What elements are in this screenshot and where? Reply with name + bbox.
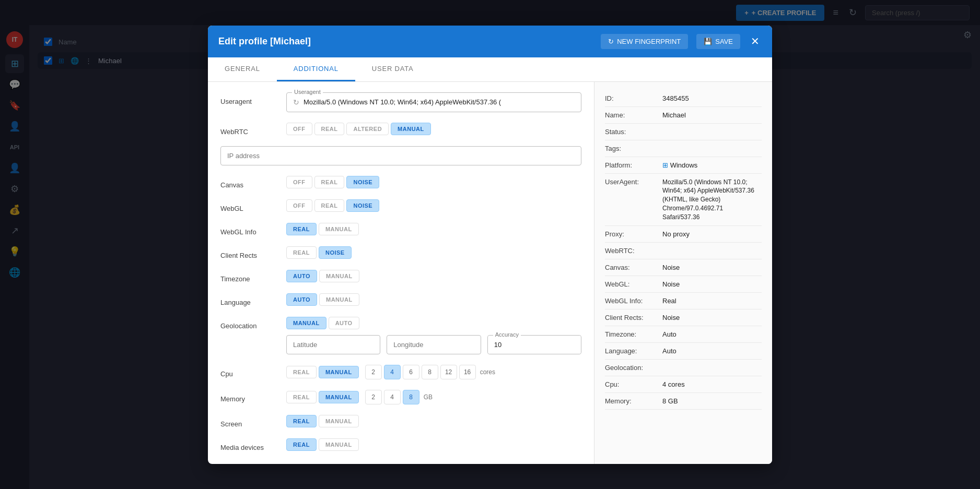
useragent-control: Useragent ↻ Mozilla/5.0 (Windows NT 10.0…	[286, 92, 581, 112]
webgl-info-row-label: WebGL:	[605, 280, 662, 288]
client-rects-toggle-group: REAL NOISE	[286, 246, 581, 259]
useragent-input-wrapper: Useragent ↻ Mozilla/5.0 (Windows NT 10.0…	[286, 92, 581, 112]
client-rects-control: REAL NOISE	[286, 246, 581, 259]
geolocation-info-label: Geolocation:	[605, 364, 662, 372]
webgl-info-toggle-group: REAL MANUAL	[286, 223, 581, 235]
timezone-manual-btn[interactable]: MANUAL	[319, 270, 359, 282]
webgl-info-control: REAL MANUAL	[286, 223, 581, 235]
cpu-manual-btn[interactable]: MANUAL	[319, 366, 359, 378]
webrtc-real-btn[interactable]: REAL	[314, 123, 345, 135]
timezone-label: Timezone	[220, 270, 278, 283]
modal-right-panel: ID: 3485455 Name: Michael Status: Tags: …	[594, 82, 772, 464]
memory-4-btn[interactable]: 4	[384, 390, 401, 404]
language-toggle-group: AUTO MANUAL	[286, 293, 581, 306]
webgl-info-detail-value: Real	[662, 297, 762, 305]
cpu-16-btn[interactable]: 16	[459, 365, 476, 379]
canvas-noise-btn[interactable]: NOISE	[346, 176, 379, 188]
webrtc-altered-btn[interactable]: ALTERED	[346, 123, 389, 135]
useragent-label: Useragent	[220, 92, 278, 105]
new-fingerprint-button[interactable]: ↻ NEW FINGERPRINT	[601, 34, 688, 49]
longitude-input[interactable]	[387, 335, 481, 354]
webgl-info-row: WebGL Info REAL MANUAL	[220, 223, 581, 236]
status-value	[662, 128, 762, 136]
useragent-refresh-icon[interactable]: ↻	[293, 98, 299, 106]
tab-general[interactable]: GENERAL	[208, 57, 277, 81]
language-label: Language	[220, 293, 278, 306]
close-modal-button[interactable]: ✕	[749, 34, 762, 49]
webgl-info-real-btn[interactable]: REAL	[286, 223, 317, 235]
webgl-info-manual-btn[interactable]: MANUAL	[319, 223, 359, 235]
geolocation-info-value	[662, 364, 762, 372]
language-auto-btn[interactable]: AUTO	[286, 293, 317, 306]
webgl-info-label: WebGL Info	[220, 223, 278, 236]
platform-label: Platform:	[605, 161, 662, 169]
windows-platform-icon: ⊞	[662, 161, 668, 169]
memory-values-group: 2 4 8 GB	[365, 390, 433, 404]
modal-header: Edit profile [Michael] ↻ NEW FINGERPRINT…	[208, 26, 772, 57]
info-webrtc-row: WebRTC:	[605, 243, 762, 259]
geolocation-auto-btn[interactable]: AUTO	[329, 317, 359, 329]
webrtc-off-btn[interactable]: OFF	[286, 123, 312, 135]
platform-name: Windows	[670, 161, 698, 169]
media-devices-real-btn[interactable]: REAL	[286, 438, 317, 451]
id-value: 3485455	[662, 94, 762, 102]
screen-manual-btn[interactable]: MANUAL	[319, 415, 359, 427]
memory-info-label: Memory:	[605, 397, 662, 405]
client-rects-real-btn[interactable]: REAL	[286, 246, 317, 259]
screen-real-btn[interactable]: REAL	[286, 415, 317, 427]
cpu-row: Cpu REAL MANUAL 2 4 6 8 12 16	[220, 365, 581, 379]
name-info-value: Michael	[662, 111, 762, 119]
cpu-2-btn[interactable]: 2	[365, 365, 382, 379]
modal-header-actions: ↻ NEW FINGERPRINT 💾 SAVE ✕	[601, 34, 762, 49]
proxy-label: Proxy:	[605, 230, 662, 238]
timezone-control: AUTO MANUAL	[286, 270, 581, 282]
webgl-off-btn[interactable]: OFF	[286, 199, 312, 212]
cpu-12-btn[interactable]: 12	[440, 365, 457, 379]
cpu-4-btn[interactable]: 4	[384, 365, 401, 379]
tab-additional[interactable]: ADDITIONAL	[277, 57, 355, 81]
latitude-input[interactable]	[286, 335, 380, 354]
canvas-control: OFF REAL NOISE	[286, 176, 581, 188]
tab-user-data[interactable]: USER DATA	[355, 57, 430, 81]
useragent-value[interactable]: Mozilla/5.0 (Windows NT 10.0; Win64; x64…	[304, 98, 501, 106]
cpu-real-btn[interactable]: REAL	[286, 366, 317, 378]
name-info-label: Name:	[605, 111, 662, 119]
memory-manual-btn[interactable]: MANUAL	[319, 391, 359, 403]
webgl-real-btn[interactable]: REAL	[314, 199, 345, 212]
memory-2-btn[interactable]: 2	[365, 390, 382, 404]
geolocation-row: Geolocation MANUAL AUTO	[220, 317, 581, 330]
modal-title: Edit profile [Michael]	[218, 36, 311, 47]
media-devices-row: Media devices REAL MANUAL	[220, 438, 581, 451]
timezone-toggle-group: AUTO MANUAL	[286, 270, 581, 282]
save-label: SAVE	[715, 38, 733, 45]
refresh-fingerprint-icon: ↻	[608, 38, 614, 45]
accuracy-input[interactable]	[488, 336, 581, 354]
canvas-off-btn[interactable]: OFF	[286, 176, 312, 188]
media-devices-manual-btn[interactable]: MANUAL	[319, 438, 359, 451]
canvas-real-btn[interactable]: REAL	[314, 176, 345, 188]
geolocation-manual-btn[interactable]: MANUAL	[286, 317, 326, 329]
modal-left-panel: Useragent Useragent ↻ Mozilla/5.0 (Windo…	[208, 82, 594, 464]
cpu-8-btn[interactable]: 8	[422, 365, 438, 379]
webrtc-info-value	[662, 247, 762, 255]
cpu-unit-label: cores	[480, 368, 495, 376]
language-manual-btn[interactable]: MANUAL	[319, 293, 359, 306]
client-rects-noise-btn[interactable]: NOISE	[319, 246, 352, 259]
timezone-auto-btn[interactable]: AUTO	[286, 270, 317, 282]
tags-label: Tags:	[605, 145, 662, 152]
webrtc-manual-btn[interactable]: MANUAL	[391, 123, 431, 135]
webgl-noise-btn[interactable]: NOISE	[346, 199, 379, 212]
webgl-control: OFF REAL NOISE	[286, 199, 581, 212]
useragent-info-value: Mozilla/5.0 (Windows NT 10.0; Win64; x64…	[662, 178, 762, 222]
cpu-6-btn[interactable]: 6	[403, 365, 419, 379]
memory-real-btn[interactable]: REAL	[286, 391, 317, 403]
modal-tabs: GENERAL ADDITIONAL USER DATA	[208, 57, 772, 82]
client-rects-info-value: Noise	[662, 314, 762, 321]
ip-address-input[interactable]	[220, 146, 581, 165]
memory-8-btn[interactable]: 8	[403, 390, 419, 404]
memory-toggle-group: REAL MANUAL	[286, 391, 359, 403]
cpu-label: Cpu	[220, 365, 278, 378]
save-button[interactable]: 💾 SAVE	[696, 34, 740, 49]
timezone-info-value: Auto	[662, 330, 762, 338]
canvas-toggle-group: OFF REAL NOISE	[286, 176, 581, 188]
